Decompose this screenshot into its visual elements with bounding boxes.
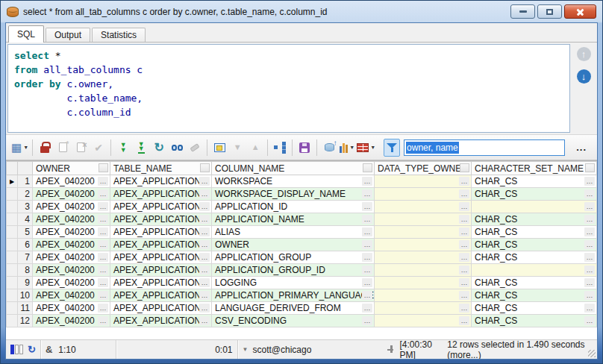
cell-edit-button[interactable]: … [584,202,595,211]
grid-cell[interactable]: APEX_APPLICATIONS… [110,315,212,327]
row-number[interactable]: 3 [18,201,33,213]
tab-statistics[interactable]: Statistics [92,28,146,42]
cell-edit-button[interactable]: … [362,177,372,186]
cell-edit-button[interactable]: … [199,189,210,198]
cell-edit-button[interactable]: … [362,215,372,224]
grid-cell[interactable]: APEX_APPLICATIONS… [110,188,212,201]
cell-edit-button[interactable]: … [98,228,108,236]
grid-cell[interactable]: WORKSPACE… [212,175,375,188]
row-indicator[interactable] [7,188,18,201]
cell-edit-button[interactable]: … [98,291,108,300]
cell-edit-button[interactable]: … [459,240,469,249]
grid-cell[interactable]: APEX_APPLICATIONS… [110,239,212,251]
auto-refresh-icon[interactable]: ↻ [28,344,36,355]
cell-edit-button[interactable]: … [98,278,108,287]
grid-cell[interactable]: APEX_APPLICATIONS… [110,175,212,188]
cell-edit-button[interactable]: … [584,177,595,186]
grid-cell[interactable]: … [375,302,472,315]
cell-edit-button[interactable]: … [459,253,469,262]
row-number[interactable]: 4 [18,213,33,226]
grid-cell[interactable]: APEX_040200… [33,226,110,239]
row-indicator[interactable] [7,264,18,277]
grid-cell[interactable]: … [472,264,597,277]
grid-cell[interactable]: … [375,175,472,188]
row-number[interactable]: 7 [18,251,33,264]
column-options-button[interactable] [99,163,108,172]
cell-edit-button[interactable]: … [459,228,469,236]
grid-cell[interactable]: CHAR_CS… [472,277,597,289]
grid-cell[interactable]: CHAR_CS… [472,289,597,302]
cell-edit-button[interactable]: … [98,189,108,198]
minimize-button[interactable] [510,4,535,19]
cell-edit-button[interactable]: … [362,278,372,287]
cell-edit-button[interactable]: … [362,202,372,211]
grid-cell[interactable]: APEX_040200… [33,239,110,251]
grid-cell[interactable]: APEX_APPLICATIONS… [110,213,212,226]
column-header-data-type-owner[interactable]: DATA_TYPE_OWNER [375,162,472,175]
sql-editor[interactable]: select * from all_tab_columns c order by… [7,44,570,133]
column-header-character-set-name[interactable]: CHARACTER_SET_NAME [472,162,597,175]
cell-edit-button[interactable]: … [199,316,210,325]
column-header-column-name[interactable]: COLUMN_NAME [212,162,375,175]
row-number[interactable]: 11 [18,302,33,315]
cell-edit-button[interactable]: … [362,228,372,236]
row-indicator[interactable] [7,201,18,213]
next-record-button[interactable]: ▲ [247,139,263,157]
cell-edit-button[interactable]: … [362,240,372,249]
grid-cell[interactable]: CHAR_CS… [472,213,597,226]
chart-button[interactable]: ▼ [339,139,355,157]
grid-cell[interactable]: APEX_040200… [33,302,110,315]
grid-cell[interactable]: APPLICATION_GROUP_ID… [212,264,375,277]
cell-edit-button[interactable]: … [459,189,469,198]
cell-edit-button[interactable]: … [362,253,372,262]
cell-edit-button[interactable]: … [362,189,372,198]
grid-cell[interactable]: CHAR_CS… [472,226,597,239]
grid-mode-button[interactable]: ▦▼ [11,139,28,157]
cell-edit-button[interactable]: … [98,316,108,325]
tab-output[interactable]: Output [46,28,90,42]
cell-edit-button[interactable]: … [98,253,108,262]
previous-record-button[interactable]: ▼ [229,139,246,157]
cell-edit-button[interactable]: … [199,291,210,300]
cell-edit-button[interactable]: … [98,304,108,313]
resize-grip[interactable] [588,350,596,357]
cell-edit-button[interactable]: … [584,189,595,198]
insert-record-button[interactable] [54,139,71,157]
grid-cell[interactable]: … [375,277,472,289]
row-indicator[interactable] [7,226,18,239]
grid-cell[interactable]: CHAR_CS… [472,302,597,315]
grid-cell[interactable]: APEX_APPLICATIONS… [110,302,212,315]
grid-cell[interactable]: CHAR_CS… [472,188,597,201]
grid-cell[interactable]: … [375,264,472,277]
grid-cell[interactable]: … [472,201,597,213]
scroll-up-button[interactable]: ↑ [577,47,591,61]
cell-edit-button[interactable]: … [459,291,469,300]
grid-cell[interactable]: LOGGING… [212,277,375,289]
row-number[interactable]: 6 [18,239,33,251]
grid-cell[interactable]: APEX_APPLICATIONS… [110,264,212,277]
grid-cell[interactable]: APEX_APPLICATIONS… [110,226,212,239]
column-options-button[interactable] [200,163,210,172]
result-message[interactable]: 12 rows selected in 1.490 seconds (more.… [447,339,593,360]
row-number[interactable]: 9 [18,277,33,289]
grid-cell[interactable]: APEX_040200… [33,188,110,201]
cell-edit-button[interactable]: … [362,266,372,274]
grid-cell[interactable]: CSV_ENCODING… [212,315,375,327]
row-indicator[interactable] [7,213,18,226]
cell-edit-button[interactable]: … [584,266,595,274]
grid-cell[interactable]: … [375,289,472,302]
cell-edit-button[interactable]: … [199,202,210,211]
cell-edit-button[interactable]: … [584,215,595,224]
grid-corner[interactable] [7,162,18,175]
grid-corner[interactable] [18,162,33,175]
cell-edit-button[interactable]: … [459,316,469,325]
fetch-next-page-button[interactable]: ▼▼ [115,139,131,157]
cell-edit-button[interactable]: … [362,316,372,325]
cell-edit-button[interactable]: … [362,304,372,313]
cell-edit-button[interactable]: … [98,240,108,249]
cell-edit-button[interactable]: … [584,278,595,287]
grid-cell[interactable]: APEX_040200… [33,175,110,188]
grid-cell[interactable]: APEX_APPLICATIONS… [110,289,212,302]
column-options-button[interactable] [460,163,469,172]
pin-icon[interactable] [387,345,396,354]
